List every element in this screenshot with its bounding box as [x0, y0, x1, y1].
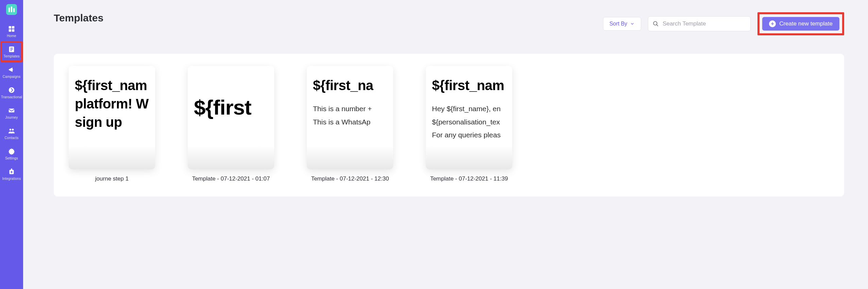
sort-by-dropdown[interactable]: Sort By	[603, 17, 641, 31]
preview-subline: This is a WhatsAp	[313, 117, 387, 128]
preview-subline: Hey ${first_name}, en	[432, 103, 506, 115]
sidebar-item-journey[interactable]: Journey	[1, 103, 22, 122]
home-icon	[7, 25, 16, 33]
page-title: Templates	[54, 12, 103, 24]
journey-icon	[7, 106, 16, 115]
plus-icon: +	[769, 20, 776, 27]
sidebar-item-label: Templates	[3, 54, 19, 58]
sidebar-item-label: Campaigns	[3, 75, 20, 79]
sidebar-item-home[interactable]: Home	[1, 22, 22, 41]
logo-icon	[6, 4, 17, 15]
preview-line: ${first_nam	[432, 76, 506, 95]
contacts-icon	[7, 127, 16, 135]
sidebar-item-label: Settings	[5, 156, 18, 160]
preview-subline: For any queries pleas	[432, 130, 506, 141]
sidebar-item-integrations[interactable]: Integrations	[1, 165, 22, 184]
svg-line-20	[656, 24, 658, 26]
search-icon	[653, 21, 659, 27]
fade-overlay	[307, 146, 393, 169]
sidebar-item-label: Transactional	[1, 95, 22, 99]
svg-point-14	[10, 129, 11, 131]
preview-line: ${first	[194, 96, 268, 119]
sidebar-item-templates[interactable]: Templates	[1, 42, 22, 61]
fade-overlay	[69, 146, 155, 169]
sidebar-item-label: Integrations	[2, 177, 21, 181]
template-name: journe step 1	[95, 175, 129, 182]
templates-icon	[7, 45, 16, 53]
search-wrapper	[648, 16, 751, 31]
sidebar-item-settings[interactable]: Settings	[1, 144, 22, 163]
svg-rect-18	[11, 169, 12, 170]
template-preview: ${first	[188, 66, 274, 169]
preview-line: ${first_na	[313, 76, 387, 95]
preview-line: sign up	[75, 113, 149, 131]
svg-rect-4	[9, 26, 11, 29]
template-name: Template - 07-12-2021 - 11:39	[430, 175, 508, 182]
template-preview: ${first_nam Hey ${first_name}, en ${pers…	[426, 66, 512, 169]
sidebar-item-label: Journey	[5, 116, 18, 119]
settings-icon	[7, 147, 16, 155]
chevron-down-icon	[630, 21, 635, 26]
logo	[3, 1, 20, 18]
svg-rect-7	[12, 29, 14, 32]
templates-panel: ${first_nam platform! W sign up journe s…	[54, 54, 844, 197]
campaigns-icon	[7, 66, 16, 74]
sort-by-label: Sort By	[610, 21, 627, 27]
sidebar-item-campaigns[interactable]: Campaigns	[1, 63, 22, 82]
svg-point-12	[9, 87, 15, 93]
sidebar: Home Templates Campaigns Transactional	[0, 0, 23, 289]
svg-rect-13	[9, 109, 15, 113]
fade-overlay	[426, 146, 512, 169]
template-name: Template - 07-12-2021 - 12:30	[311, 175, 389, 182]
svg-point-15	[12, 129, 14, 131]
svg-rect-5	[12, 26, 14, 29]
sidebar-item-contacts[interactable]: Contacts	[1, 124, 22, 143]
page-header: Templates Sort By + Create ne	[54, 12, 844, 35]
template-preview: ${first_na This is a number + This is a …	[307, 66, 393, 169]
template-card[interactable]: ${first_nam Hey ${first_name}, en ${pers…	[426, 66, 512, 197]
sidebar-item-transactional[interactable]: Transactional	[1, 83, 22, 102]
create-button-highlight: + Create new template	[757, 12, 844, 35]
fade-overlay	[188, 146, 274, 169]
svg-point-19	[653, 21, 657, 25]
template-preview: ${first_nam platform! W sign up	[69, 66, 155, 169]
preview-line: platform! W	[75, 95, 149, 113]
svg-rect-1	[9, 7, 10, 12]
template-card[interactable]: ${first Template - 07-12-2021 - 01:07	[188, 66, 274, 197]
search-input[interactable]	[648, 16, 751, 31]
template-name: Template - 07-12-2021 - 01:07	[192, 175, 270, 182]
header-controls: Sort By + Create new template	[603, 12, 844, 35]
integrations-icon	[7, 168, 16, 176]
svg-rect-2	[11, 6, 12, 12]
create-button-label: Create new template	[779, 20, 833, 27]
create-template-button[interactable]: + Create new template	[762, 17, 839, 31]
main: Templates Sort By + Create ne	[23, 0, 868, 289]
preview-subline: ${personalisation_tex	[432, 117, 506, 128]
sidebar-item-label: Home	[7, 34, 16, 38]
template-card[interactable]: ${first_nam platform! W sign up journe s…	[69, 66, 155, 197]
preview-subline: This is a number +	[313, 103, 387, 115]
template-card[interactable]: ${first_na This is a number + This is a …	[307, 66, 393, 197]
svg-rect-3	[13, 8, 15, 12]
preview-line: ${first_nam	[75, 76, 149, 95]
svg-rect-6	[9, 29, 11, 32]
sidebar-item-label: Contacts	[4, 136, 18, 140]
transactional-icon	[7, 86, 16, 94]
